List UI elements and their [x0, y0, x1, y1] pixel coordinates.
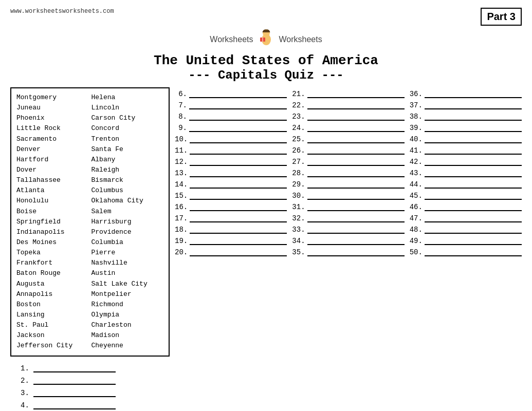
- quiz-blank[interactable]: [425, 203, 522, 211]
- quiz-number: 47.: [410, 214, 425, 222]
- quiz-blank[interactable]: [190, 169, 287, 177]
- blank-row-2: 2.: [21, 377, 170, 385]
- quiz-number: 7.: [175, 101, 189, 109]
- quiz-blank[interactable]: [189, 124, 287, 132]
- quiz-number: 13.: [175, 169, 190, 177]
- word-item: Jefferson City: [16, 341, 89, 351]
- quiz-row: 21.: [292, 90, 404, 98]
- quiz-col-1: 6.7.8.9.10.11.12.13.14.15.16.17.18.19.20…: [175, 90, 287, 259]
- main-layout: MontgomeryJuneauPhoenixLittle RockSacram…: [10, 87, 522, 411]
- quiz-row: 30.: [292, 192, 404, 200]
- quiz-blank[interactable]: [307, 158, 405, 166]
- quiz-number: 29.: [292, 180, 307, 189]
- quiz-blank[interactable]: [425, 226, 522, 234]
- quiz-blank[interactable]: [190, 192, 287, 200]
- quiz-row: 40.: [410, 135, 522, 143]
- word-item: Harrisburg: [91, 217, 164, 227]
- blank-line[interactable]: [33, 389, 116, 397]
- quiz-blank[interactable]: [425, 169, 522, 177]
- quiz-number: 37.: [410, 101, 425, 109]
- quiz-blank[interactable]: [307, 101, 405, 109]
- quiz-blank[interactable]: [307, 90, 405, 98]
- word-item: Lincoln: [91, 103, 164, 113]
- logo-icon: [256, 28, 277, 51]
- quiz-row: 48.: [410, 226, 522, 234]
- quiz-blank[interactable]: [425, 101, 522, 109]
- quiz-blank[interactable]: [307, 203, 405, 211]
- quiz-blank[interactable]: [190, 237, 287, 245]
- quiz-blank[interactable]: [189, 90, 287, 98]
- quiz-blank[interactable]: [307, 146, 405, 155]
- quiz-number: 42.: [410, 158, 425, 166]
- quiz-row: 42.: [410, 158, 522, 166]
- quiz-row: 16.: [175, 203, 287, 211]
- quiz-number: 39.: [410, 124, 425, 132]
- title-sub: --- Capitals Quiz ---: [10, 68, 522, 82]
- quiz-row: 33.: [292, 226, 404, 234]
- quiz-row: 32.: [292, 214, 404, 222]
- word-item: Annapolis: [16, 289, 89, 300]
- word-item: Topeka: [16, 248, 89, 258]
- quiz-row: 29.: [292, 180, 404, 189]
- quiz-row: 35.: [292, 248, 404, 256]
- quiz-blank[interactable]: [425, 192, 522, 200]
- quiz-blank[interactable]: [307, 226, 405, 234]
- quiz-blank[interactable]: [307, 124, 405, 132]
- word-item: Honolulu: [16, 196, 89, 206]
- quiz-blank[interactable]: [307, 214, 405, 222]
- word-item: Richmond: [91, 300, 164, 310]
- quiz-blank[interactable]: [425, 146, 522, 155]
- quiz-number: 33.: [292, 226, 307, 234]
- blank-line[interactable]: [33, 364, 116, 372]
- quiz-blank[interactable]: [307, 248, 405, 256]
- quiz-blank[interactable]: [189, 113, 287, 121]
- quiz-row: 8.: [175, 113, 287, 121]
- word-item: Boise: [16, 207, 89, 217]
- blank-line[interactable]: [33, 377, 116, 385]
- quiz-row: 27.: [292, 158, 404, 166]
- quiz-blank[interactable]: [190, 203, 287, 211]
- blank-number: 2.: [21, 377, 33, 385]
- quiz-number: 45.: [410, 192, 425, 200]
- quiz-blank[interactable]: [425, 248, 522, 256]
- quiz-blank[interactable]: [190, 248, 287, 256]
- word-item: Juneau: [16, 103, 89, 113]
- quiz-blank[interactable]: [425, 180, 522, 189]
- quiz-blank[interactable]: [307, 135, 405, 143]
- quiz-number: 25.: [292, 135, 307, 143]
- quiz-blank[interactable]: [190, 146, 287, 155]
- quiz-row: 44.: [410, 180, 522, 189]
- quiz-blank[interactable]: [307, 169, 405, 177]
- quiz-blank[interactable]: [425, 135, 522, 143]
- word-item: Carson City: [91, 113, 164, 123]
- quiz-row: 39.: [410, 124, 522, 132]
- quiz-blank[interactable]: [190, 214, 287, 222]
- quiz-blank[interactable]: [425, 237, 522, 245]
- quiz-blank[interactable]: [425, 113, 522, 121]
- quiz-blank[interactable]: [425, 214, 522, 222]
- quiz-number: 26.: [292, 146, 307, 155]
- word-bank-section: MontgomeryJuneauPhoenixLittle RockSacram…: [10, 87, 170, 411]
- quiz-blank[interactable]: [425, 124, 522, 132]
- quiz-blank[interactable]: [307, 113, 405, 121]
- quiz-blank[interactable]: [425, 90, 522, 98]
- quiz-blank[interactable]: [190, 158, 287, 166]
- word-item: Olympia: [91, 310, 164, 320]
- blank-row-3: 3.: [21, 389, 170, 397]
- quiz-blank[interactable]: [425, 158, 522, 166]
- quiz-blank[interactable]: [190, 180, 287, 189]
- quiz-blank[interactable]: [307, 180, 405, 189]
- quiz-row: 18.: [175, 226, 287, 234]
- word-item: Trenton: [91, 134, 164, 144]
- word-item: Montgomery: [16, 92, 89, 103]
- quiz-number: 38.: [410, 113, 425, 121]
- blank-line[interactable]: [33, 401, 116, 409]
- quiz-blank[interactable]: [190, 226, 287, 234]
- quiz-row: 7.: [175, 101, 287, 109]
- quiz-blank[interactable]: [189, 101, 287, 109]
- quiz-number: 44.: [410, 180, 425, 189]
- quiz-number: 16.: [175, 203, 190, 211]
- quiz-blank[interactable]: [307, 237, 405, 245]
- quiz-blank[interactable]: [190, 135, 287, 143]
- quiz-blank[interactable]: [307, 192, 405, 200]
